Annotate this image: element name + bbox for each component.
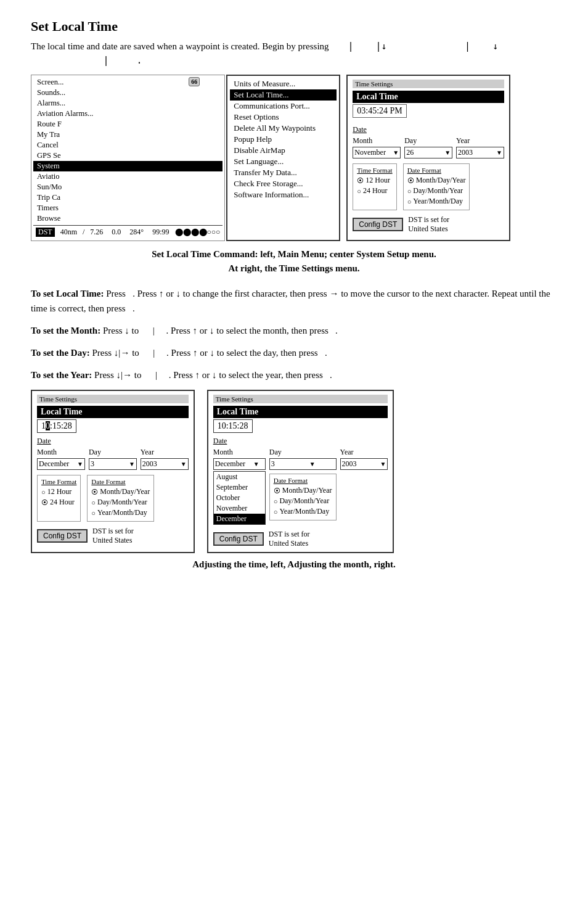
submenu-reset[interactable]: Reset Options: [230, 112, 337, 123]
bl-config-dst-btn[interactable]: Config DST: [37, 529, 88, 543]
bl-mdy-row: ⦿ Month/Day/Year: [91, 487, 150, 496]
ts-day-select[interactable]: 26 ▼: [404, 147, 452, 158]
menu-aviation[interactable]: Aviatio: [33, 171, 223, 182]
caption-line2: At right, the Time Settings menu.: [228, 263, 359, 273]
ts-time-value: 03:45:24 PM: [353, 104, 407, 118]
br-month-val: December: [215, 459, 252, 469]
ts-year-select[interactable]: 2003 ▼: [456, 147, 504, 158]
bl-ymd-label: Year/Month/Day: [97, 508, 147, 517]
br-day-select[interactable]: 3 ▼: [269, 458, 337, 470]
submenu-set-local-time[interactable]: Set Local Time...: [230, 89, 337, 101]
ts-time-format-title: Time Format: [357, 167, 392, 174]
top-caption: Set Local Time Command: left, Main Menu;…: [31, 247, 557, 275]
status-9999: 99:99: [149, 227, 172, 237]
br-config-dst-btn[interactable]: Config DST: [213, 532, 264, 546]
br-dst-text: DST is set for United States: [269, 530, 310, 548]
bl-month-arrow[interactable]: ▼: [77, 461, 83, 467]
menu-browse[interactable]: Browse: [33, 213, 223, 224]
menu-alarms[interactable]: Alarms...: [33, 98, 223, 109]
br-year-select[interactable]: 2003 ▼: [340, 458, 388, 470]
br-bottom-row: Config DST DST is set for United States: [213, 530, 388, 548]
menu-timers[interactable]: Timers: [33, 203, 223, 213]
ts-day-arrow[interactable]: ▼: [444, 149, 451, 156]
bl-dst-line1: DST is set for: [92, 527, 134, 536]
submenu-transfer[interactable]: Transfer My Data...: [230, 167, 337, 178]
br-year-val: 2003: [342, 459, 379, 469]
submenu-units[interactable]: Units of Measure...: [230, 78, 337, 89]
br-dropdown-december[interactable]: December: [214, 514, 265, 524]
br-day-label: Day: [269, 448, 337, 457]
submenu-storage[interactable]: Check Free Storage...: [230, 178, 337, 189]
submenu-delete[interactable]: Delete All My Waypoints: [230, 123, 337, 134]
ts-bottom-row: Config DST DST is set for United States: [353, 215, 504, 234]
br-year-arrow[interactable]: ▼: [380, 461, 386, 467]
br-month-label: Month: [213, 448, 266, 457]
ts-month-label: Month: [353, 136, 401, 146]
ts-month-select[interactable]: November ▼: [353, 147, 401, 158]
menu-gps-se[interactable]: GPS Se: [33, 150, 223, 161]
menu-sounds[interactable]: Sounds... 66: [33, 88, 223, 98]
ts-mdy-label: Month/Day/Year: [416, 176, 466, 185]
br-month-dropdown[interactable]: August September October November Decemb…: [213, 471, 266, 525]
submenu-software[interactable]: Software Information...: [230, 189, 337, 200]
br-dropdown-october[interactable]: October: [214, 493, 265, 503]
ts-day-label: Day: [404, 136, 452, 146]
body-para2: To set the Month: Press ↓ to | . Press ↑…: [31, 323, 557, 338]
bottom-left-panel: Time Settings Local Time 10:15:28 Date M…: [31, 390, 195, 553]
bl-local-time-header: Local Time: [37, 406, 189, 418]
ts-formats-row: Time Format ⦿ 12 Hour ○ 24 Hour Date For…: [353, 163, 504, 210]
br-dropdown-september[interactable]: September: [214, 482, 265, 493]
bl-12h-label: 12 Hour: [47, 487, 72, 496]
main-menu[interactable]: Screen... Sounds... 66 Alarms... Aviatio…: [31, 75, 225, 241]
menu-trip-ca[interactable]: Trip Ca: [33, 192, 223, 203]
bl-month-select[interactable]: December ▼: [37, 458, 85, 470]
ts-local-time-header: Local Time: [353, 91, 504, 103]
submenu-popup[interactable]: Popup Help: [230, 134, 337, 145]
ts-dst-text: DST is set for United States: [408, 215, 449, 234]
bl-month-val: December: [39, 459, 76, 469]
br-month-arrow[interactable]: ▼: [253, 461, 259, 467]
br-time-value: 10:15:28: [213, 419, 253, 433]
br-dst-line1: DST is set for: [269, 530, 310, 539]
br-dropdown-august[interactable]: August: [214, 472, 265, 482]
bl-mdy-label: Month/Day/Year: [100, 487, 150, 496]
bl-day-val: 3: [91, 459, 128, 469]
br-day-col: Day 3 ▼ Date Format ⦿ Month/Day/Year ○: [269, 448, 337, 520]
br-ymd-row: ○ Year/Month/Day: [274, 507, 332, 516]
ts-month-arrow[interactable]: ▼: [393, 149, 399, 156]
menu-system[interactable]: System: [33, 161, 223, 171]
bl-year-arrow[interactable]: ▼: [181, 461, 187, 467]
ts-day-val: 26: [406, 148, 443, 157]
br-dropdown-november[interactable]: November: [214, 503, 265, 514]
intro-text: The local time and date are saved when a…: [31, 39, 557, 67]
caption-line1: Set Local Time Command: left, Main Menu;…: [152, 249, 436, 259]
body-para4: To set the Year: Press ↓|→ to | . Press …: [31, 368, 557, 382]
bl-day-arrow[interactable]: ▼: [129, 461, 135, 467]
body-para1: To set Local Time: Press . Press ↑ or ↓ …: [31, 286, 557, 316]
menu-route[interactable]: Route F: [33, 119, 223, 130]
icon-66: 66: [189, 77, 200, 86]
bl-year-select[interactable]: 2003 ▼: [141, 458, 189, 470]
ts-24h-label: 24 Hour: [363, 186, 388, 195]
br-day-val: 3: [271, 459, 308, 469]
menu-cancel[interactable]: Cancel: [33, 140, 223, 150]
br-ymd-label: Year/Month/Day: [279, 507, 329, 516]
br-local-time-header: Local Time: [213, 406, 388, 418]
ts-12h-label: 12 Hour: [365, 176, 390, 185]
menu-my-tra[interactable]: My Tra: [33, 130, 223, 140]
br-month-select[interactable]: December ▼: [213, 458, 266, 470]
bl-day-select[interactable]: 3 ▼: [89, 458, 137, 470]
config-dst-button[interactable]: Config DST: [353, 218, 403, 231]
submenu-comms[interactable]: Communications Port...: [230, 101, 337, 112]
submenu-language[interactable]: Set Language...: [230, 156, 337, 167]
bl-dst-text: DST is set for United States: [92, 527, 134, 545]
br-dmy-row: ○ Day/Month/Year: [274, 496, 332, 506]
br-day-arrow[interactable]: ▼: [309, 461, 316, 467]
ts-year-arrow[interactable]: ▼: [496, 149, 502, 156]
ts-dmy-label: Day/Month/Year: [413, 186, 463, 195]
menu-aviation-alarms[interactable]: Aviation Alarms...: [33, 109, 223, 119]
bl-time-suffix: :15:28: [50, 421, 72, 430]
menu-sun-mo[interactable]: Sun/Mo: [33, 182, 223, 192]
submenu-disable-airmap[interactable]: Disable AirMap: [230, 145, 337, 156]
submenu[interactable]: Units of Measure... Set Local Time... Co…: [226, 75, 340, 241]
